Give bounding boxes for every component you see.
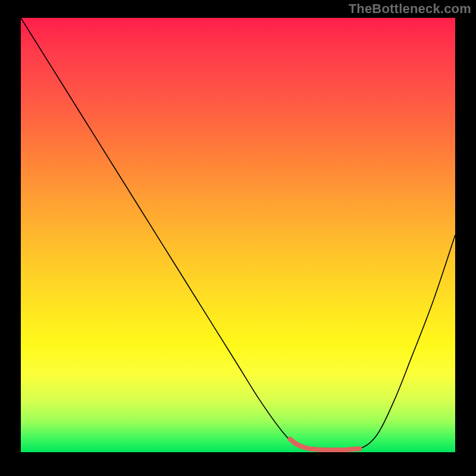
chart-frame: TheBottleneck.com: [0, 0, 476, 476]
plot-area: [21, 18, 455, 452]
watermark-text: TheBottleneck.com: [349, 1, 471, 17]
curve-svg: [21, 18, 455, 452]
optimal-range-marker: [290, 439, 360, 450]
bottleneck-curve: [21, 18, 455, 450]
